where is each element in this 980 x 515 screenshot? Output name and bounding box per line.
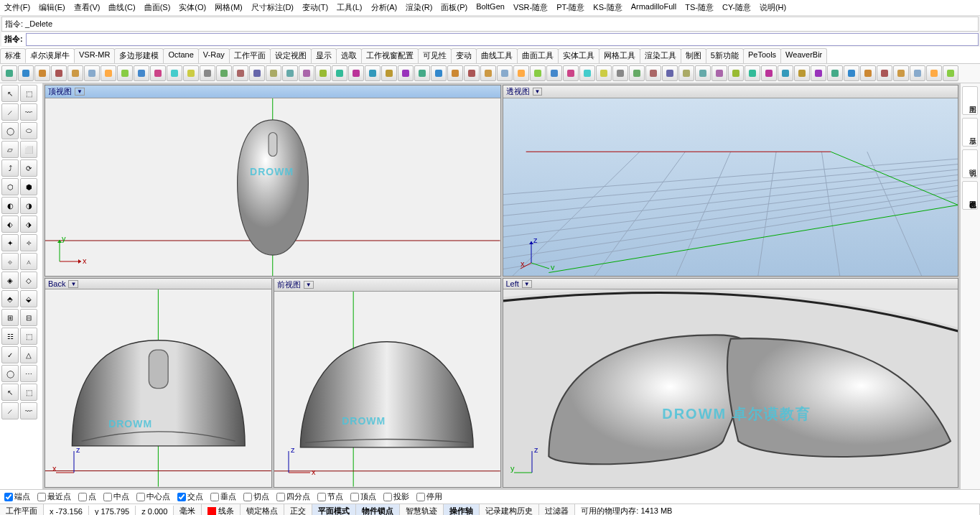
toolbar-button[interactable] bbox=[398, 65, 414, 81]
toolbar-tab[interactable]: 工作视窗配置 bbox=[361, 48, 419, 63]
toolbar-button[interactable] bbox=[844, 65, 859, 81]
side-tool-button[interactable]: ⤴ bbox=[1, 159, 19, 177]
toolbar-tab[interactable]: 渲染工具 bbox=[640, 48, 681, 63]
toolbar-tab[interactable]: 可见性 bbox=[418, 48, 452, 63]
menu-item[interactable]: 工具(L) bbox=[335, 1, 363, 14]
toolbar-button[interactable] bbox=[629, 65, 645, 81]
status-gumball[interactable]: 操作轴 bbox=[444, 504, 480, 515]
toolbar-tab[interactable]: 显示 bbox=[311, 48, 337, 63]
side-tool-button[interactable]: ⊞ bbox=[1, 309, 19, 326]
viewport-dropdown-icon[interactable]: ▼ bbox=[68, 280, 78, 288]
osnap-checkbox[interactable] bbox=[210, 493, 219, 501]
side-tool-button[interactable]: ⬚ bbox=[20, 328, 37, 345]
toolbar-button[interactable] bbox=[299, 65, 314, 81]
side-tool-button[interactable]: ◯ bbox=[1, 122, 19, 139]
side-tool-button[interactable]: ✓ bbox=[1, 346, 19, 363]
toolbar-tab[interactable]: 设定视图 bbox=[270, 48, 312, 63]
toolbar-tab[interactable]: V-Ray bbox=[198, 48, 230, 63]
side-tool-button[interactable]: ↖ bbox=[1, 85, 19, 102]
menu-item[interactable]: 曲线(C) bbox=[107, 1, 136, 14]
toolbar-tab[interactable]: 曲线工具 bbox=[476, 48, 518, 63]
toolbar-button[interactable] bbox=[480, 65, 496, 81]
toolbar-button[interactable] bbox=[678, 65, 694, 81]
side-tool-button[interactable]: ◯ bbox=[1, 365, 19, 382]
osnap-checkbox[interactable] bbox=[383, 493, 392, 501]
menu-item[interactable]: 说明(H) bbox=[758, 1, 788, 14]
toolbar-button[interactable] bbox=[745, 65, 760, 81]
osnap-checkbox[interactable] bbox=[78, 493, 87, 501]
osnap-option[interactable]: 端点 bbox=[4, 491, 30, 502]
menu-item[interactable]: 编辑(E) bbox=[37, 1, 67, 14]
viewport-front[interactable]: 前视图 ▼ DROWM xz bbox=[274, 278, 501, 488]
side-tool-button[interactable]: ◇ bbox=[20, 272, 37, 289]
toolbar-button[interactable] bbox=[761, 65, 777, 81]
viewport-back[interactable]: Back ▼ DROWM xz bbox=[45, 278, 272, 488]
toolbar-button[interactable] bbox=[910, 65, 925, 81]
side-tool-button[interactable]: ⟋ bbox=[1, 103, 19, 121]
toolbar-button[interactable] bbox=[579, 65, 595, 81]
toolbar-button[interactable] bbox=[67, 65, 83, 81]
toolbar-button[interactable] bbox=[695, 65, 711, 81]
status-units[interactable]: 毫米 bbox=[174, 504, 202, 515]
toolbar-button[interactable] bbox=[381, 65, 397, 81]
osnap-option[interactable]: 切点 bbox=[243, 491, 269, 502]
menu-item[interactable]: VSR-随意 bbox=[512, 1, 549, 14]
viewport-dropdown-icon[interactable]: ▼ bbox=[522, 280, 532, 288]
osnap-option[interactable]: 点 bbox=[78, 491, 96, 502]
osnap-checkbox[interactable] bbox=[103, 493, 112, 501]
viewport-title-bar[interactable]: 前视图 ▼ bbox=[274, 279, 500, 292]
toolbar-button[interactable] bbox=[893, 65, 909, 81]
osnap-checkbox[interactable] bbox=[136, 493, 145, 501]
toolbar-button[interactable] bbox=[860, 65, 876, 81]
right-panel-tab[interactable]: 显示 bbox=[962, 118, 978, 147]
toolbar-button[interactable] bbox=[645, 65, 661, 81]
status-gridsnap[interactable]: 锁定格点 bbox=[241, 504, 284, 515]
osnap-option[interactable]: 停用 bbox=[416, 491, 442, 502]
menu-item[interactable]: 渲染(R) bbox=[404, 1, 434, 14]
toolbar-tab[interactable]: 标准 bbox=[0, 48, 26, 63]
side-tool-button[interactable]: ▱ bbox=[1, 141, 19, 158]
side-tool-button[interactable]: ✧ bbox=[20, 234, 37, 251]
osnap-option[interactable]: 四分点 bbox=[276, 491, 310, 502]
side-tool-button[interactable]: ☷ bbox=[1, 328, 19, 345]
toolbar-button[interactable] bbox=[1, 65, 17, 81]
toolbar-button[interactable] bbox=[811, 65, 826, 81]
side-tool-button[interactable]: 〰 bbox=[20, 402, 37, 419]
toolbar-button[interactable] bbox=[414, 65, 430, 81]
toolbar-button[interactable] bbox=[150, 65, 166, 81]
viewport-dropdown-icon[interactable]: ▼ bbox=[533, 88, 543, 96]
toolbar-button[interactable] bbox=[84, 65, 100, 81]
status-layer[interactable]: 线条 bbox=[202, 504, 241, 515]
toolbar-button[interactable] bbox=[926, 65, 942, 81]
right-panel-tab[interactable]: 说明 bbox=[962, 149, 978, 178]
menu-item[interactable]: PT-随意 bbox=[555, 1, 586, 14]
toolbar-button[interactable] bbox=[117, 65, 133, 81]
toolbar-tab[interactable]: PeTools bbox=[743, 48, 781, 63]
viewport-top[interactable]: 顶视图 ▼ DROWM xy bbox=[45, 85, 501, 277]
osnap-option[interactable]: 交点 bbox=[177, 491, 203, 502]
osnap-checkbox[interactable] bbox=[243, 493, 252, 501]
viewport-perspective[interactable]: 透视图 ▼ bbox=[503, 85, 959, 277]
toolbar-button[interactable] bbox=[794, 65, 810, 81]
osnap-option[interactable]: 投影 bbox=[383, 491, 409, 502]
toolbar-button[interactable] bbox=[662, 65, 678, 81]
osnap-checkbox[interactable] bbox=[276, 493, 285, 501]
side-tool-button[interactable]: ⊟ bbox=[20, 309, 37, 326]
toolbar-button[interactable] bbox=[101, 65, 116, 81]
toolbar-button[interactable] bbox=[34, 65, 50, 81]
menu-item[interactable]: KS-随意 bbox=[592, 1, 623, 14]
osnap-option[interactable]: 节点 bbox=[317, 491, 343, 502]
toolbar-button[interactable] bbox=[167, 65, 182, 81]
toolbar-button[interactable] bbox=[612, 65, 628, 81]
side-tool-button[interactable]: ⟋ bbox=[1, 402, 19, 419]
osnap-checkbox[interactable] bbox=[177, 493, 186, 501]
osnap-option[interactable]: 最近点 bbox=[37, 491, 71, 502]
side-tool-button[interactable]: ⬗ bbox=[20, 215, 37, 233]
side-tool-button[interactable]: ◑ bbox=[20, 197, 37, 214]
side-tool-button[interactable]: △ bbox=[20, 346, 37, 363]
status-ortho[interactable]: 正交 bbox=[284, 504, 312, 515]
osnap-checkbox[interactable] bbox=[350, 493, 359, 501]
side-tool-button[interactable]: ⟐ bbox=[1, 253, 19, 270]
status-smarttrack[interactable]: 智慧轨迹 bbox=[400, 504, 444, 515]
menu-item[interactable]: CY-随意 bbox=[721, 1, 752, 14]
